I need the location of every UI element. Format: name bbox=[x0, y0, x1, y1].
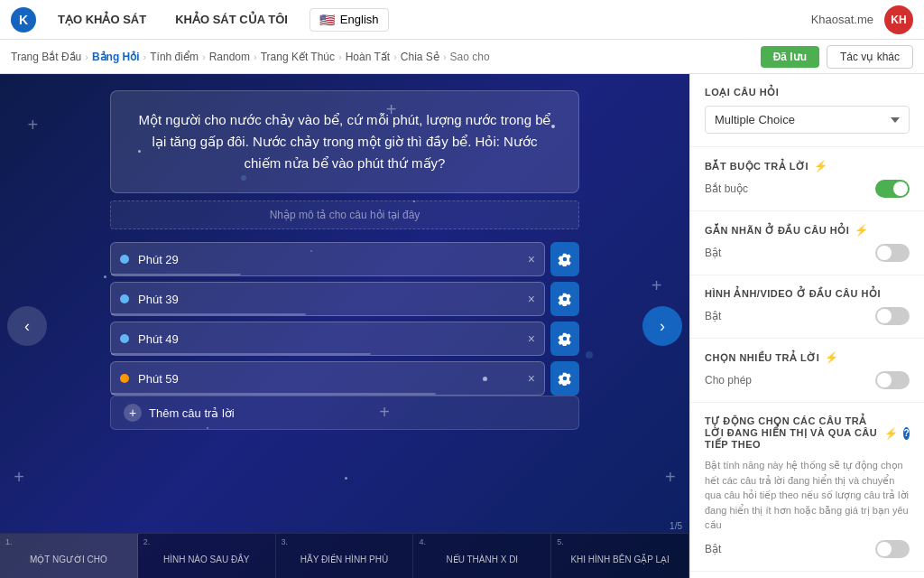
add-answer-row[interactable]: + Thêm câu trả lời bbox=[110, 396, 579, 430]
answer-settings-btn[interactable] bbox=[550, 242, 579, 276]
bc-sep-7: › bbox=[443, 51, 447, 62]
bc-done[interactable]: Hoàn Tất bbox=[346, 51, 390, 63]
my-survey-btn[interactable]: KHẢO SÁT CỦA TÔI bbox=[168, 9, 295, 30]
label-at-start-text: GẮN NHÃN Ở ĐẦU CÂU HỎI bbox=[705, 225, 849, 237]
bc-start[interactable]: Trang Bắt Đầu bbox=[11, 51, 81, 63]
answer-clear-btn[interactable]: × bbox=[528, 252, 535, 266]
answers-area: Phút 29×Phút 39×Phút 49×Phút 59× bbox=[110, 242, 579, 396]
bc-sep-4: › bbox=[254, 51, 257, 62]
next-arrow[interactable]: › bbox=[642, 306, 682, 346]
thumb-num: 3. bbox=[282, 537, 289, 546]
thumb-text: MỘT NGƯỜI CHO bbox=[30, 555, 107, 564]
answer-row: Phút 59× bbox=[110, 361, 579, 396]
thumbnail-item[interactable]: 5.KHI HÌNH BÊN GẶP LẠI bbox=[551, 534, 689, 578]
mandatory-lightning: ⚡ bbox=[814, 160, 828, 172]
question-text: Một người cho nước chảy vào bể, cứ mỗi p… bbox=[138, 112, 550, 171]
flag-icon: 🇺🇸 bbox=[319, 13, 335, 27]
answer-row: Phút 29× bbox=[110, 242, 579, 276]
thumb-text: HÃY ĐIỀN HÌNH PHÙ bbox=[300, 555, 389, 564]
answer-text: Phút 59 bbox=[138, 372, 528, 386]
answer-input-wrap: Phút 59× bbox=[110, 361, 545, 396]
label-lightning: ⚡ bbox=[855, 224, 869, 237]
multi-answer-slider bbox=[875, 371, 910, 389]
auto-select-slider bbox=[875, 540, 910, 558]
question-description[interactable]: Nhập mô tả cho câu hỏi tại đây bbox=[110, 200, 579, 229]
multi-answer-row: Cho phép bbox=[705, 371, 910, 389]
auto-lightning: ⚡ bbox=[884, 427, 899, 440]
thumbnail-item[interactable]: 1.MỘT NGƯỜI CHO bbox=[0, 534, 138, 578]
auto-select-sublabel: Bật bbox=[705, 543, 721, 555]
main-layout: + + + + + + ‹ › Một người cho nước chảy … bbox=[0, 74, 924, 578]
answer-input-wrap: Phút 29× bbox=[110, 242, 545, 276]
share-for-input[interactable] bbox=[450, 51, 522, 63]
auto-select-toggle[interactable] bbox=[875, 540, 910, 558]
bc-end[interactable]: Trang Kết Thúc bbox=[261, 51, 335, 63]
mandatory-section: BẮT BUỘC TRẢ LỜI ⚡ Bắt buộc bbox=[690, 147, 924, 211]
image-video-sublabel: Bật bbox=[705, 310, 721, 322]
bc-sep-1: › bbox=[85, 51, 88, 62]
answer-settings-btn[interactable] bbox=[550, 322, 579, 356]
question-type-select[interactable]: Multiple Choice Short Answer Long Answer… bbox=[705, 106, 910, 134]
answer-input-wrap: Phút 39× bbox=[110, 282, 545, 316]
question-box[interactable]: Một người cho nước chảy vào bể, cứ mỗi p… bbox=[110, 90, 579, 193]
answer-text: Phút 39 bbox=[138, 293, 528, 306]
image-video-row: Bật bbox=[705, 307, 910, 325]
mandatory-toggle-slider bbox=[875, 180, 910, 198]
bc-random[interactable]: Random bbox=[209, 51, 250, 63]
mandatory-toggle-row: Bắt buộc bbox=[705, 180, 910, 198]
label-at-start-slider bbox=[875, 244, 910, 262]
task-button[interactable]: Tác vụ khác bbox=[827, 45, 913, 69]
answer-progress bbox=[111, 313, 306, 315]
other-answer-section: CÂU TRẢ LỜI "KHÁC" ⚡ Kích hoạt bbox=[690, 572, 924, 579]
thumb-num: 4. bbox=[419, 537, 426, 546]
label-at-start-label: GẮN NHÃN Ở ĐẦU CÂU HỎI ⚡ bbox=[705, 224, 910, 237]
bc-score[interactable]: Tính điểm bbox=[150, 51, 199, 63]
answer-settings-btn[interactable] bbox=[550, 282, 579, 316]
label-at-start-section: GẮN NHÃN Ở ĐẦU CÂU HỎI ⚡ Bật bbox=[690, 211, 924, 275]
label-at-start-toggle[interactable] bbox=[875, 244, 910, 262]
add-icon: + bbox=[124, 404, 142, 422]
answer-text: Phút 49 bbox=[138, 332, 528, 346]
answer-clear-btn[interactable]: × bbox=[528, 331, 535, 346]
thumbnail-item[interactable]: 2.HÌNH NÀO SAU ĐÂY bbox=[138, 534, 276, 578]
nav-right: Khaosat.me KH bbox=[811, 5, 913, 34]
multi-answer-sublabel: Cho phép bbox=[705, 374, 752, 387]
bc-sep-2: › bbox=[143, 51, 147, 62]
bc-actions: Đã lưu Tác vụ khác bbox=[761, 45, 913, 69]
bc-share[interactable]: Chia Sẻ bbox=[401, 51, 439, 63]
thumb-text: NẾU THÀNH X DI bbox=[446, 555, 518, 564]
answer-clear-btn[interactable]: × bbox=[528, 371, 535, 386]
thumb-text: KHI HÌNH BÊN GẶP LẠI bbox=[570, 555, 669, 564]
image-video-toggle[interactable] bbox=[875, 307, 910, 325]
auto-select-label: TỰ ĐỘNG CHỌN CÁC CÂU TRẢ LỜI ĐANG HIỂN T… bbox=[705, 415, 910, 451]
language-btn[interactable]: 🇺🇸 English bbox=[310, 8, 389, 32]
image-video-section: HÌNH ẢNH/VIDEO Ở ĐẦU CÂU HỎI Bật bbox=[690, 275, 924, 339]
answer-text: Phút 29 bbox=[138, 253, 528, 266]
right-sidebar: LOẠI CÂU HỎI Multiple Choice Short Answe… bbox=[689, 74, 924, 578]
answer-dot bbox=[120, 294, 129, 303]
answer-row: Phút 39× bbox=[110, 282, 579, 316]
thumbnail-item[interactable]: 3.HÃY ĐIỀN HÌNH PHÙ bbox=[276, 534, 414, 578]
multi-lightning: ⚡ bbox=[825, 351, 839, 364]
prev-arrow[interactable]: ‹ bbox=[7, 306, 47, 346]
bc-sep-3: › bbox=[202, 51, 206, 62]
answer-clear-btn[interactable]: × bbox=[528, 292, 535, 306]
multi-answer-toggle[interactable] bbox=[875, 371, 910, 389]
thumbnail-item[interactable]: 4.NẾU THÀNH X DI bbox=[413, 534, 551, 578]
auto-select-row: Bật bbox=[705, 540, 910, 558]
answer-settings-btn[interactable] bbox=[550, 361, 579, 396]
auto-select-info-icon[interactable]: ? bbox=[903, 427, 910, 440]
image-video-label: HÌNH ẢNH/VIDEO Ở ĐẦU CÂU HỎI bbox=[705, 288, 910, 300]
site-name: Khaosat.me bbox=[811, 13, 873, 26]
image-video-slider bbox=[875, 307, 910, 325]
create-survey-btn[interactable]: TẠO KHẢO SÁT bbox=[51, 9, 153, 30]
answer-dot bbox=[120, 255, 129, 264]
question-type-label: LOẠI CÂU HỎI bbox=[705, 87, 910, 98]
avatar[interactable]: KH bbox=[884, 5, 913, 34]
top-nav: K TẠO KHẢO SÁT KHẢO SÁT CỦA TÔI 🇺🇸 Engli… bbox=[0, 0, 924, 40]
saved-button[interactable]: Đã lưu bbox=[761, 46, 819, 68]
mandatory-toggle[interactable] bbox=[875, 180, 910, 198]
bc-questions[interactable]: Bảng Hỏi bbox=[92, 51, 140, 63]
answer-progress bbox=[111, 393, 436, 395]
bc-sep-6: › bbox=[393, 51, 397, 62]
